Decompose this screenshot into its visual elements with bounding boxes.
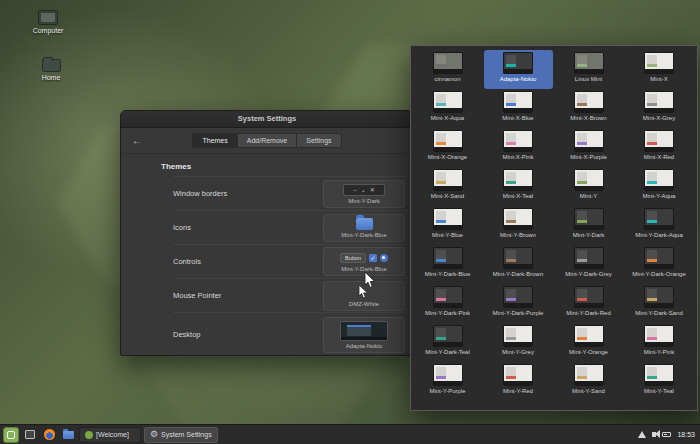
icons-picker-button[interactable]: Mint-Y-Dark-Blue xyxy=(323,214,405,242)
theme-name: Mint-Y xyxy=(555,193,622,199)
theme-tile-mint-x-teal[interactable]: Mint-X-Teal xyxy=(484,167,553,206)
theme-tile-mint-y-dark[interactable]: Mint-Y-Dark xyxy=(554,206,623,245)
window-borders-theme-name: Mint-Y-Dark xyxy=(348,198,379,204)
theme-tile-mint-y-dark-grey[interactable]: Mint-Y-Dark-Grey xyxy=(554,245,623,284)
theme-name: Mint-Y-Dark-Red xyxy=(555,310,622,316)
theme-name: Mint-Y-Dark-Pink xyxy=(414,310,481,316)
theme-tile-mint-y-blue[interactable]: Mint-Y-Blue xyxy=(413,206,482,245)
settings-content: Themes Window borders – ⌄ ✕ Mint-Y-Dark … xyxy=(121,154,413,355)
theme-tile-mint-x-pink[interactable]: Mint-X-Pink xyxy=(484,128,553,167)
mint-menu-button[interactable] xyxy=(3,427,19,443)
theme-thumbnail xyxy=(644,364,674,386)
minimize-icon: – xyxy=(353,187,356,193)
theme-tile-mint-x-red[interactable]: Mint-X-Red xyxy=(625,128,694,167)
theme-tile-mint-y-purple[interactable]: Mint-Y-Purple xyxy=(413,362,482,401)
theme-tile-mint-y-dark-orange[interactable]: Mint-Y-Dark-Orange xyxy=(625,245,694,284)
theme-tile-mint-y-dark-red[interactable]: Mint-Y-Dark-Red xyxy=(554,284,623,323)
tab-settings[interactable]: Settings xyxy=(297,133,341,148)
row-icons: Icons Mint-Y-Dark-Blue xyxy=(173,211,407,245)
theme-tile-mint-y-grey[interactable]: Mint-Y-Grey xyxy=(484,323,553,362)
taskbar-window-welcome[interactable]: [Welcome] xyxy=(79,427,141,443)
theme-name: Mint-Y-Dark-Sand xyxy=(626,310,693,316)
system-tray: 18:53 xyxy=(638,431,697,438)
desktop: { "colors": { "selection_blue": "#4c6fb5… xyxy=(0,0,700,444)
theme-tile-mint-y-dark-aqua[interactable]: Mint-Y-Dark-Aqua xyxy=(625,206,694,245)
theme-tile-cinnamon[interactable]: cinnamon xyxy=(413,50,482,89)
theme-tile-mint-x-aqua[interactable]: Mint-X-Aqua xyxy=(413,89,482,128)
theme-thumbnail xyxy=(433,208,463,230)
theme-thumbnail xyxy=(644,286,674,308)
theme-tile-mint-y-dark-pink[interactable]: Mint-Y-Dark-Pink xyxy=(413,284,482,323)
clock[interactable]: 18:53 xyxy=(677,431,695,438)
theme-tile-mint-x-blue[interactable]: Mint-X-Blue xyxy=(484,89,553,128)
theme-name: Mint-Y-Dark-Blue xyxy=(414,271,481,277)
theme-tile-mint-y-dark-sand[interactable]: Mint-Y-Dark-Sand xyxy=(625,284,694,323)
theme-thumbnail xyxy=(574,286,604,308)
theme-tile-mint-x[interactable]: Mint-X xyxy=(625,50,694,89)
theme-tile-mint-x-sand[interactable]: Mint-X-Sand xyxy=(413,167,482,206)
theme-name: Mint-Y-Dark-Teal xyxy=(414,349,481,355)
theme-tile-mint-y-orange[interactable]: Mint-Y-Orange xyxy=(554,323,623,362)
tab-add-remove[interactable]: Add/Remove xyxy=(238,133,297,148)
theme-name: Mint-Y-Blue xyxy=(414,232,481,238)
pointer-theme-name: DMZ-White xyxy=(349,301,379,307)
network-icon[interactable] xyxy=(638,431,646,438)
theme-thumbnail xyxy=(503,325,533,347)
titlebar[interactable]: System Settings xyxy=(121,111,413,128)
show-desktop-button[interactable] xyxy=(22,427,38,443)
theme-name: Mint-X-Pink xyxy=(485,154,552,160)
mint-logo-icon xyxy=(7,431,15,439)
theme-tile-mint-y-dark-purple[interactable]: Mint-Y-Dark-Purple xyxy=(484,284,553,323)
theme-tile-mint-y-pink[interactable]: Mint-Y-Pink xyxy=(625,323,694,362)
cursor-arrow-icon xyxy=(358,285,370,299)
mouse-pointer-picker-button[interactable]: DMZ-White xyxy=(323,281,405,311)
theme-tile-mint-y-brown[interactable]: Mint-Y-Brown xyxy=(484,206,553,245)
theme-tile-adapta-nokto[interactable]: Adapta-Nokto xyxy=(484,50,553,89)
taskbar-window-title: [Welcome] xyxy=(96,431,129,438)
controls-theme-name: Mint-Y-Dark-Blue xyxy=(341,266,386,272)
theme-thumbnail xyxy=(503,286,533,308)
theme-tile-linux-mint[interactable]: Linux Mint xyxy=(554,50,623,89)
desktop-theme-picker-button[interactable]: Adapta-Nokto xyxy=(323,317,405,353)
sample-button: Button xyxy=(340,253,366,263)
theme-name: Mint-Y-Dark xyxy=(555,232,622,238)
theme-thumbnail xyxy=(433,130,463,152)
theme-tile-mint-y-sand[interactable]: Mint-Y-Sand xyxy=(554,362,623,401)
home-folder-icon xyxy=(42,59,61,72)
files-launcher[interactable] xyxy=(60,427,76,443)
theme-thumbnail xyxy=(574,208,604,230)
theme-thumbnail xyxy=(574,169,604,191)
theme-tile-mint-y[interactable]: Mint-Y xyxy=(554,167,623,206)
theme-thumbnail xyxy=(644,91,674,113)
firefox-launcher[interactable] xyxy=(41,427,57,443)
theme-tile-mint-y-aqua[interactable]: Mint-Y-Aqua xyxy=(625,167,694,206)
theme-tile-mint-y-red[interactable]: Mint-Y-Red xyxy=(484,362,553,401)
row-label: Mouse Pointer xyxy=(173,291,221,300)
theme-name: Mint-X-Blue xyxy=(485,115,552,121)
tab-themes[interactable]: Themes xyxy=(192,133,237,148)
theme-thumbnail xyxy=(503,364,533,386)
battery-icon[interactable] xyxy=(662,432,671,437)
theme-tile-mint-x-orange[interactable]: Mint-X-Orange xyxy=(413,128,482,167)
theme-name: Mint-Y-Brown xyxy=(485,232,552,238)
theme-tile-mint-x-brown[interactable]: Mint-X-Brown xyxy=(554,89,623,128)
theme-tile-mint-x-grey[interactable]: Mint-X-Grey xyxy=(625,89,694,128)
back-button[interactable]: ← xyxy=(130,134,144,148)
desktop-icon-label: Computer xyxy=(21,27,75,34)
controls-picker-button[interactable]: Button ✓ Mint-Y-Dark-Blue xyxy=(323,247,405,276)
volume-icon[interactable] xyxy=(652,432,656,437)
theme-tile-mint-y-dark-blue[interactable]: Mint-Y-Dark-Blue xyxy=(413,245,482,284)
firefox-icon xyxy=(44,429,55,440)
desktop-icon-home[interactable]: Home xyxy=(24,55,78,81)
theme-name: Mint-X-Red xyxy=(626,154,693,160)
theme-tile-mint-x-purple[interactable]: Mint-X-Purple xyxy=(554,128,623,167)
taskbar-window-title: System Settings xyxy=(161,431,212,438)
window-borders-picker-button[interactable]: – ⌄ ✕ Mint-Y-Dark xyxy=(323,180,405,208)
row-window-borders: Window borders – ⌄ ✕ Mint-Y-Dark xyxy=(173,177,407,211)
desktop-icon-computer[interactable]: Computer xyxy=(21,10,75,34)
theme-tile-mint-y-dark-teal[interactable]: Mint-Y-Dark-Teal xyxy=(413,323,482,362)
theme-tile-mint-y-dark-brown[interactable]: Mint-Y-Dark-Brown xyxy=(484,245,553,284)
theme-tile-mint-y-teal[interactable]: Mint-Y-Teal xyxy=(625,362,694,401)
theme-thumbnail xyxy=(503,130,533,152)
taskbar-window-system-settings[interactable]: ⚙ System Settings xyxy=(144,427,218,443)
